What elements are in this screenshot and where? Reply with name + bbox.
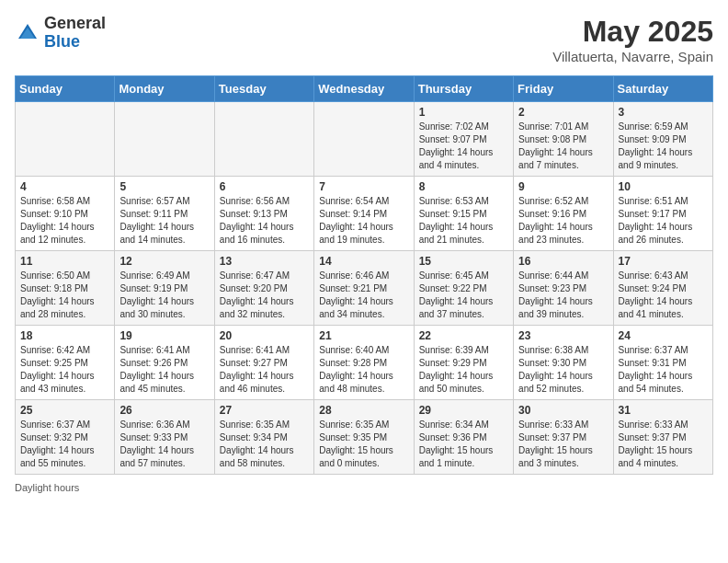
day-number: 23 (518, 329, 608, 342)
day-number: 2 (518, 106, 608, 119)
weekday-header: Thursday (414, 76, 513, 102)
day-info: Sunrise: 6:42 AMSunset: 9:25 PMDaylight:… (20, 344, 109, 396)
day-number: 8 (419, 180, 508, 193)
day-info: Sunrise: 7:01 AMSunset: 9:08 PMDaylight:… (518, 121, 608, 172)
day-info: Sunrise: 6:47 AMSunset: 9:20 PMDaylight:… (220, 270, 309, 321)
day-info: Sunrise: 6:36 AMSunset: 9:33 PMDaylight:… (119, 419, 209, 470)
day-number: 17 (619, 255, 708, 268)
day-number: 25 (20, 404, 109, 417)
day-number: 9 (518, 180, 608, 193)
calendar-week-row: 25Sunrise: 6:37 AMSunset: 9:32 PMDayligh… (16, 400, 713, 475)
calendar-cell: 14Sunrise: 6:46 AMSunset: 9:21 PMDayligh… (314, 251, 414, 326)
page-header: General Blue May 2025 Villatuerta, Navar… (15, 15, 713, 64)
calendar-cell: 2Sunrise: 7:01 AMSunset: 9:08 PMDaylight… (514, 102, 613, 177)
footer: Daylight hours (15, 482, 713, 493)
day-info: Sunrise: 6:37 AMSunset: 9:31 PMDaylight:… (619, 344, 708, 396)
day-number: 5 (119, 180, 209, 193)
day-info: Sunrise: 6:38 AMSunset: 9:30 PMDaylight:… (518, 344, 608, 396)
day-info: Sunrise: 6:39 AMSunset: 9:29 PMDaylight:… (419, 344, 508, 396)
day-info: Sunrise: 6:37 AMSunset: 9:32 PMDaylight:… (20, 419, 109, 470)
day-info: Sunrise: 6:35 AMSunset: 9:35 PMDaylight:… (319, 419, 408, 470)
day-number: 7 (319, 180, 408, 193)
calendar-cell: 12Sunrise: 6:49 AMSunset: 9:19 PMDayligh… (115, 251, 214, 326)
calendar-cell: 25Sunrise: 6:37 AMSunset: 9:32 PMDayligh… (16, 400, 115, 475)
calendar-cell (115, 102, 214, 177)
day-info: Sunrise: 6:43 AMSunset: 9:24 PMDaylight:… (619, 270, 708, 321)
calendar-cell: 5Sunrise: 6:57 AMSunset: 9:11 PMDaylight… (115, 177, 214, 251)
calendar-cell (314, 102, 414, 177)
location: Villatuerta, Navarre, Spain (552, 49, 713, 64)
day-info: Sunrise: 6:41 AMSunset: 9:27 PMDaylight:… (220, 344, 309, 396)
calendar-cell: 6Sunrise: 6:56 AMSunset: 9:13 PMDaylight… (214, 177, 313, 251)
day-number: 10 (619, 180, 708, 193)
day-number: 4 (20, 180, 109, 193)
calendar-cell: 1Sunrise: 7:02 AMSunset: 9:07 PMDaylight… (414, 102, 513, 177)
calendar-week-row: 4Sunrise: 6:58 AMSunset: 9:10 PMDaylight… (16, 177, 713, 251)
logo-text: General Blue (44, 15, 106, 52)
calendar-cell: 7Sunrise: 6:54 AMSunset: 9:14 PMDaylight… (314, 177, 414, 251)
calendar-week-row: 18Sunrise: 6:42 AMSunset: 9:25 PMDayligh… (16, 326, 713, 400)
day-info: Sunrise: 6:35 AMSunset: 9:34 PMDaylight:… (220, 419, 309, 470)
day-info: Sunrise: 6:40 AMSunset: 9:28 PMDaylight:… (319, 344, 408, 396)
day-number: 20 (220, 329, 309, 342)
calendar-cell: 4Sunrise: 6:58 AMSunset: 9:10 PMDaylight… (16, 177, 115, 251)
day-info: Sunrise: 7:02 AMSunset: 9:07 PMDaylight:… (419, 121, 508, 172)
calendar-table: SundayMondayTuesdayWednesdayThursdayFrid… (15, 75, 713, 475)
day-info: Sunrise: 6:33 AMSunset: 9:37 PMDaylight:… (619, 419, 708, 470)
calendar-cell: 8Sunrise: 6:53 AMSunset: 9:15 PMDaylight… (414, 177, 513, 251)
day-number: 15 (419, 255, 508, 268)
day-info: Sunrise: 6:54 AMSunset: 9:14 PMDaylight:… (319, 195, 408, 247)
day-info: Sunrise: 6:33 AMSunset: 9:37 PMDaylight:… (518, 419, 608, 470)
calendar-cell: 29Sunrise: 6:34 AMSunset: 9:36 PMDayligh… (414, 400, 513, 475)
day-number: 24 (619, 329, 708, 342)
day-number: 6 (220, 180, 309, 193)
calendar-cell: 11Sunrise: 6:50 AMSunset: 9:18 PMDayligh… (16, 251, 115, 326)
day-number: 16 (518, 255, 608, 268)
calendar-cell: 9Sunrise: 6:52 AMSunset: 9:16 PMDaylight… (514, 177, 613, 251)
calendar-cell: 30Sunrise: 6:33 AMSunset: 9:37 PMDayligh… (514, 400, 613, 475)
calendar-cell: 16Sunrise: 6:44 AMSunset: 9:23 PMDayligh… (514, 251, 613, 326)
logo-blue: Blue (44, 33, 106, 52)
daylight-label: Daylight hours (15, 482, 79, 493)
day-info: Sunrise: 6:51 AMSunset: 9:17 PMDaylight:… (619, 195, 708, 247)
day-info: Sunrise: 6:34 AMSunset: 9:36 PMDaylight:… (419, 419, 508, 470)
day-info: Sunrise: 6:58 AMSunset: 9:10 PMDaylight:… (20, 195, 109, 247)
calendar-cell: 13Sunrise: 6:47 AMSunset: 9:20 PMDayligh… (214, 251, 313, 326)
calendar-cell: 10Sunrise: 6:51 AMSunset: 9:17 PMDayligh… (613, 177, 712, 251)
weekday-header: Wednesday (314, 76, 414, 102)
calendar-week-row: 1Sunrise: 7:02 AMSunset: 9:07 PMDaylight… (16, 102, 713, 177)
day-number: 13 (220, 255, 309, 268)
calendar-cell: 18Sunrise: 6:42 AMSunset: 9:25 PMDayligh… (16, 326, 115, 400)
day-number: 27 (220, 404, 309, 417)
logo-general: General (44, 15, 106, 33)
calendar-cell: 26Sunrise: 6:36 AMSunset: 9:33 PMDayligh… (115, 400, 214, 475)
weekday-header: Saturday (613, 76, 712, 102)
calendar-cell: 31Sunrise: 6:33 AMSunset: 9:37 PMDayligh… (613, 400, 712, 475)
day-number: 21 (319, 329, 408, 342)
calendar-cell (214, 102, 313, 177)
day-info: Sunrise: 6:46 AMSunset: 9:21 PMDaylight:… (319, 270, 408, 321)
day-number: 29 (419, 404, 508, 417)
day-info: Sunrise: 6:41 AMSunset: 9:26 PMDaylight:… (119, 344, 209, 396)
month-title: May 2025 (552, 15, 713, 49)
day-info: Sunrise: 6:44 AMSunset: 9:23 PMDaylight:… (518, 270, 608, 321)
calendar-cell: 21Sunrise: 6:40 AMSunset: 9:28 PMDayligh… (314, 326, 414, 400)
calendar-cell: 27Sunrise: 6:35 AMSunset: 9:34 PMDayligh… (214, 400, 313, 475)
day-number: 30 (518, 404, 608, 417)
day-info: Sunrise: 6:52 AMSunset: 9:16 PMDaylight:… (518, 195, 608, 247)
day-info: Sunrise: 6:50 AMSunset: 9:18 PMDaylight:… (20, 270, 109, 321)
calendar-cell: 19Sunrise: 6:41 AMSunset: 9:26 PMDayligh… (115, 326, 214, 400)
title-block: May 2025 Villatuerta, Navarre, Spain (552, 15, 713, 64)
day-number: 14 (319, 255, 408, 268)
day-number: 11 (20, 255, 109, 268)
calendar-cell: 28Sunrise: 6:35 AMSunset: 9:35 PMDayligh… (314, 400, 414, 475)
day-number: 18 (20, 329, 109, 342)
day-number: 19 (119, 329, 209, 342)
calendar-cell: 23Sunrise: 6:38 AMSunset: 9:30 PMDayligh… (514, 326, 613, 400)
calendar-cell: 3Sunrise: 6:59 AMSunset: 9:09 PMDaylight… (613, 102, 712, 177)
day-number: 12 (119, 255, 209, 268)
calendar-cell: 15Sunrise: 6:45 AMSunset: 9:22 PMDayligh… (414, 251, 513, 326)
calendar-cell: 17Sunrise: 6:43 AMSunset: 9:24 PMDayligh… (613, 251, 712, 326)
day-info: Sunrise: 6:56 AMSunset: 9:13 PMDaylight:… (220, 195, 309, 247)
weekday-header: Monday (115, 76, 214, 102)
